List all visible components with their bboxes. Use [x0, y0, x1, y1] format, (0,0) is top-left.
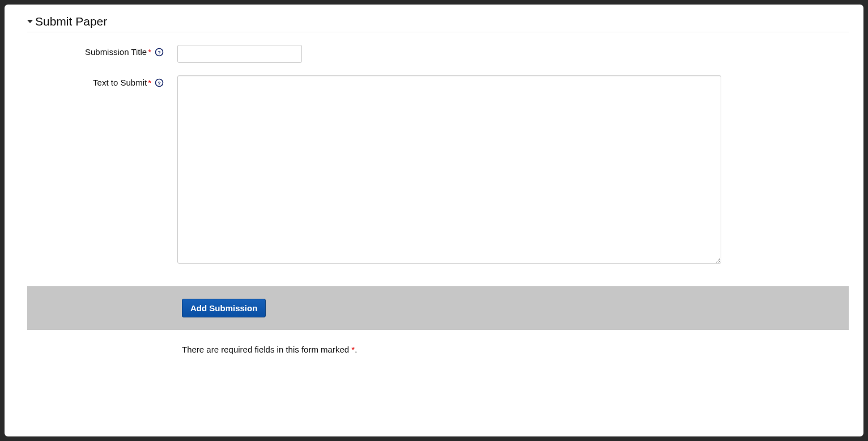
text-to-submit-label: Text to Submit — [93, 78, 147, 87]
required-note: There are required fields in this form m… — [27, 330, 849, 354]
note-suffix: . — [355, 345, 357, 354]
required-marker: * — [148, 78, 151, 87]
help-icon[interactable]: ? — [155, 78, 164, 87]
text-to-submit-textarea[interactable] — [177, 75, 721, 264]
form-row-text: Text to Submit * ? — [23, 75, 849, 266]
required-marker: * — [148, 47, 151, 57]
label-cell-text: Text to Submit * ? — [23, 75, 167, 87]
section-header[interactable]: Submit Paper — [27, 15, 849, 32]
help-icon[interactable]: ? — [155, 48, 164, 57]
submit-paper-modal: Submit Paper Submission Title * ? Text t… — [5, 5, 863, 436]
add-submission-button[interactable]: Add Submission — [182, 299, 266, 317]
svg-text:?: ? — [158, 49, 161, 55]
svg-text:?: ? — [158, 80, 161, 86]
form-row-title: Submission Title * ? — [23, 45, 849, 63]
modal-overlay: Submit Paper Submission Title * ? Text t… — [0, 0, 868, 441]
submission-title-input[interactable] — [177, 45, 302, 63]
note-prefix: There are required fields in this form m… — [182, 345, 351, 354]
section-title: Submit Paper — [35, 15, 107, 28]
collapse-caret-icon[interactable] — [27, 19, 33, 24]
button-bar: Add Submission — [27, 286, 849, 330]
label-cell-title: Submission Title * ? — [23, 45, 167, 57]
input-cell-title — [167, 45, 849, 63]
submission-title-label: Submission Title — [85, 47, 147, 57]
input-cell-text — [167, 75, 849, 266]
